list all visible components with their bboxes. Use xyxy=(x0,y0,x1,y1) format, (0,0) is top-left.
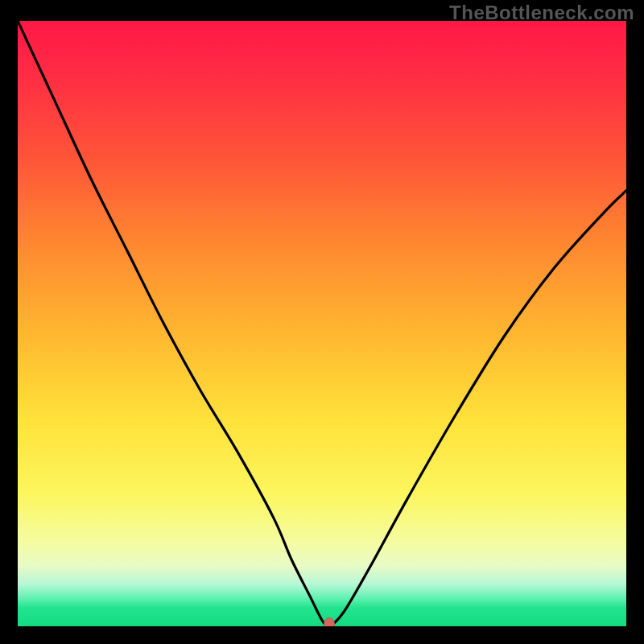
watermark-text: TheBottleneck.com xyxy=(449,2,634,24)
bottleneck-curve xyxy=(18,21,626,626)
curve-path xyxy=(18,21,626,626)
optimal-point-marker xyxy=(324,617,335,626)
plot-area xyxy=(18,21,626,626)
chart-frame: TheBottleneck.com xyxy=(0,0,644,644)
